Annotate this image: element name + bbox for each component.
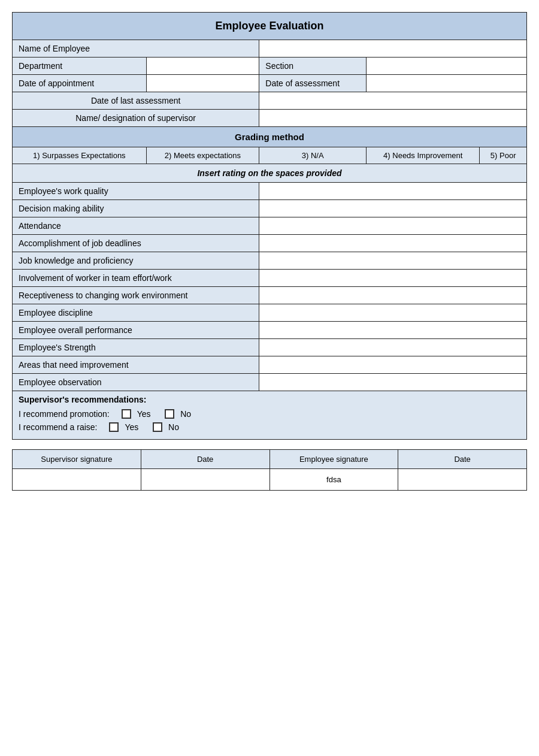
grading-method-header: Grading method bbox=[13, 127, 527, 147]
eval-item-0: Employee's work quality bbox=[13, 183, 527, 200]
supervisor-designation-value[interactable] bbox=[259, 110, 527, 127]
dates-row: Date of appointment Date of assessment bbox=[13, 75, 527, 92]
insert-rating-row: Insert rating on the spaces provided bbox=[13, 164, 527, 183]
eval-item-11: Employee observation bbox=[13, 374, 527, 391]
eval-value-3[interactable] bbox=[259, 235, 527, 252]
eval-value-0[interactable] bbox=[259, 183, 527, 200]
eval-label-10: Areas that need improvement bbox=[13, 356, 259, 374]
recommendations-row: Supervisor's recommendations: I recommen… bbox=[13, 391, 527, 440]
eval-value-7[interactable] bbox=[259, 304, 527, 322]
date-of-last-assessment-value[interactable] bbox=[259, 92, 527, 110]
raise-row: I recommend a raise: Yes No bbox=[19, 422, 520, 432]
last-assessment-row: Date of last assessment bbox=[13, 92, 527, 110]
eval-item-10: Areas that need improvement bbox=[13, 356, 527, 374]
raise-no-label: No bbox=[168, 422, 179, 432]
eval-label-3: Accomplishment of job deadlines bbox=[13, 235, 259, 252]
grade-1-label: 1) Surpasses Expectations bbox=[13, 147, 147, 164]
grade-2-label: 2) Meets expectations bbox=[146, 147, 259, 164]
eval-label-1: Decision making ability bbox=[13, 200, 259, 217]
eval-label-0: Employee's work quality bbox=[13, 183, 259, 200]
eval-value-4[interactable] bbox=[259, 252, 527, 270]
title-row: Employee Evaluation bbox=[13, 13, 527, 40]
recommendations-cell: Supervisor's recommendations: I recommen… bbox=[13, 391, 527, 440]
grade-4-label: 4) Needs Improvement bbox=[367, 147, 480, 164]
date-of-appointment-label: Date of appointment bbox=[13, 75, 147, 92]
supervisor-sig-value[interactable] bbox=[13, 469, 141, 491]
department-label: Department bbox=[13, 58, 147, 75]
raise-label: I recommend a raise: bbox=[19, 422, 98, 432]
grading-options-row: 1) Surpasses Expectations 2) Meets expec… bbox=[13, 147, 527, 164]
eval-label-2: Attendance bbox=[13, 217, 259, 235]
eval-item-5: Involvement of worker in team effort/wor… bbox=[13, 270, 527, 287]
eval-label-8: Employee overall performance bbox=[13, 322, 259, 339]
eval-value-11[interactable] bbox=[259, 374, 527, 391]
eval-label-7: Employee discipline bbox=[13, 304, 259, 322]
date-of-assessment-value[interactable] bbox=[367, 75, 527, 92]
promotion-row: I recommend promotion: Yes No bbox=[19, 409, 520, 419]
eval-label-11: Employee observation bbox=[13, 374, 259, 391]
date-value-1[interactable] bbox=[141, 469, 270, 491]
date-of-last-assessment-label: Date of last assessment bbox=[13, 92, 259, 110]
eval-item-4: Job knowledge and proficiency bbox=[13, 252, 527, 270]
date-header-1: Date bbox=[141, 450, 270, 469]
promotion-yes-label: Yes bbox=[137, 409, 151, 419]
promotion-yes-checkbox[interactable] bbox=[122, 409, 131, 419]
name-of-employee-row: Name of Employee bbox=[13, 40, 527, 58]
department-value[interactable] bbox=[146, 58, 259, 75]
signature-table: Supervisor signature Date Employee signa… bbox=[12, 449, 527, 491]
supervisor-sig-header: Supervisor signature bbox=[13, 450, 141, 469]
grading-method-title: Grading method bbox=[13, 127, 527, 147]
eval-value-2[interactable] bbox=[259, 217, 527, 235]
eval-value-6[interactable] bbox=[259, 287, 527, 304]
eval-label-4: Job knowledge and proficiency bbox=[13, 252, 259, 270]
eval-item-9: Employee's Strength bbox=[13, 339, 527, 356]
department-section-row: Department Section bbox=[13, 58, 527, 75]
name-of-employee-label: Name of Employee bbox=[13, 40, 259, 58]
promotion-no-label: No bbox=[180, 409, 191, 419]
eval-label-6: Receptiveness to changing work environme… bbox=[13, 287, 259, 304]
eval-value-9[interactable] bbox=[259, 339, 527, 356]
eval-item-1: Decision making ability bbox=[13, 200, 527, 217]
page-wrapper: Employee Evaluation Name of Employee Dep… bbox=[12, 12, 527, 491]
eval-item-8: Employee overall performance bbox=[13, 322, 527, 339]
raise-no-checkbox[interactable] bbox=[153, 422, 162, 432]
eval-item-3: Accomplishment of job deadlines bbox=[13, 235, 527, 252]
eval-label-5: Involvement of worker in team effort/wor… bbox=[13, 270, 259, 287]
supervisor-designation-label: Name/ designation of supervisor bbox=[13, 110, 259, 127]
employee-sig-value[interactable]: fdsa bbox=[270, 469, 398, 491]
sig-header-row: Supervisor signature Date Employee signa… bbox=[13, 450, 527, 469]
evaluation-form: Employee Evaluation Name of Employee Dep… bbox=[12, 12, 527, 440]
eval-label-9: Employee's Strength bbox=[13, 339, 259, 356]
supervisor-row: Name/ designation of supervisor bbox=[13, 110, 527, 127]
date-header-2: Date bbox=[398, 450, 527, 469]
promotion-no-checkbox[interactable] bbox=[165, 409, 174, 419]
grade-3-label: 3) N/A bbox=[259, 147, 367, 164]
raise-yes-label: Yes bbox=[125, 422, 138, 432]
form-title: Employee Evaluation bbox=[13, 13, 527, 40]
date-value-2[interactable] bbox=[398, 469, 527, 491]
eval-value-1[interactable] bbox=[259, 200, 527, 217]
date-of-assessment-label: Date of assessment bbox=[259, 75, 367, 92]
sig-value-row: fdsa bbox=[13, 469, 527, 491]
grade-5-label: 5) Poor bbox=[480, 147, 527, 164]
section-value[interactable] bbox=[367, 58, 527, 75]
employee-sig-header: Employee signature bbox=[270, 450, 398, 469]
eval-item-6: Receptiveness to changing work environme… bbox=[13, 287, 527, 304]
eval-item-2: Attendance bbox=[13, 217, 527, 235]
section-label: Section bbox=[259, 58, 367, 75]
promotion-label: I recommend promotion: bbox=[19, 409, 110, 419]
date-of-appointment-value[interactable] bbox=[146, 75, 259, 92]
name-of-employee-value[interactable] bbox=[259, 40, 527, 58]
insert-rating-instruction: Insert rating on the spaces provided bbox=[13, 164, 527, 183]
eval-value-5[interactable] bbox=[259, 270, 527, 287]
eval-item-7: Employee discipline bbox=[13, 304, 527, 322]
recommendations-title: Supervisor's recommendations: bbox=[19, 395, 146, 404]
eval-value-10[interactable] bbox=[259, 356, 527, 374]
eval-value-8[interactable] bbox=[259, 322, 527, 339]
raise-yes-checkbox[interactable] bbox=[109, 422, 119, 432]
